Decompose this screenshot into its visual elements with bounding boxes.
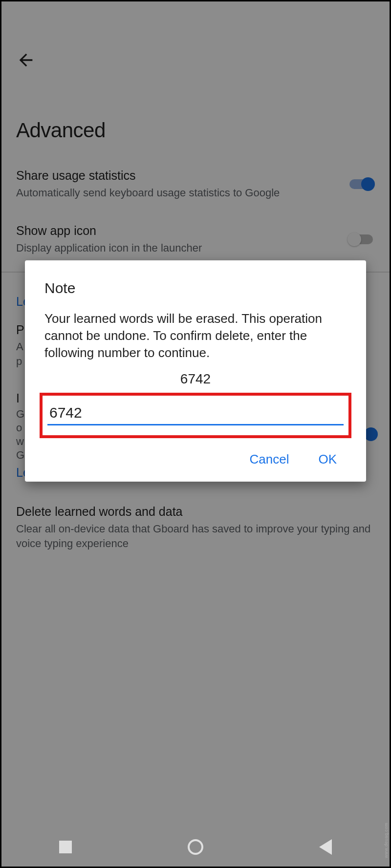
cancel-button[interactable]: Cancel [249,452,289,467]
nav-home-icon[interactable] [188,839,203,855]
dialog-title: Note [44,280,347,296]
confirmation-input[interactable] [47,402,344,425]
watermark: www.deuaq.com [384,823,389,858]
nav-back-icon[interactable] [319,839,332,855]
confirm-delete-dialog: Note Your learned words will be erased. … [25,260,366,482]
ok-button[interactable]: OK [318,452,337,467]
input-highlight-annotation [40,393,351,438]
dialog-message: Your learned words will be erased. This … [44,310,347,361]
nav-recents-icon[interactable] [59,841,72,853]
confirmation-number: 6742 [44,371,347,387]
android-navigation-bar [1,827,390,867]
